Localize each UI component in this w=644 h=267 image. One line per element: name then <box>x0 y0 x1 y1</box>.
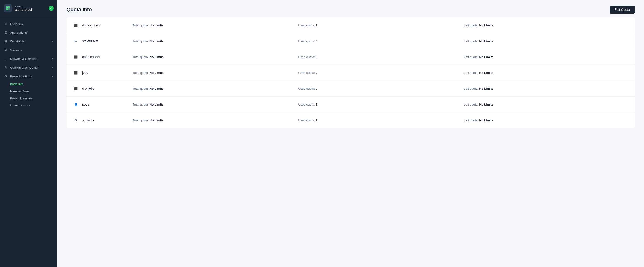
total-quota-deployments: Total quota: No Limits <box>133 24 298 27</box>
jobs-icon <box>72 69 80 76</box>
resource-name-jobs: jobs <box>82 71 133 74</box>
svg-rect-2 <box>6 8 8 10</box>
used-quota-jobs: Used quota: 0 <box>298 71 464 74</box>
sidebar-sub-label-basic-info: Basic Info <box>10 82 23 86</box>
used-quota-services: Used quota: 1 <box>298 119 464 122</box>
overview-icon <box>4 22 8 26</box>
settings-chevron-icon: ∧ <box>52 75 54 78</box>
sidebar-item-label-workloads: Workloads <box>10 40 25 43</box>
workloads-icon <box>4 39 8 43</box>
sidebar-nav: Overview Applications Workloads ∨ Volume… <box>0 17 58 267</box>
quota-table: deployments Total quota: No Limits Used … <box>58 17 644 137</box>
used-quota-deployments: Used quota: 1 <box>298 24 464 27</box>
svg-rect-0 <box>6 6 8 8</box>
main-content: Quota Info Edit Quota deployments Total … <box>58 0 644 267</box>
sidebar-item-member-roles[interactable]: Member Roles <box>0 88 58 95</box>
left-quota-statefulsets: Left quota: No Limits <box>464 39 629 43</box>
sidebar-item-settings[interactable]: Project Settings ∧ <box>0 72 58 80</box>
sidebar-item-internet-access[interactable]: Internet Access <box>0 102 58 109</box>
used-quota-cronjobs: Used quota: 0 <box>298 87 464 90</box>
quota-row-services: services Total quota: No Limits Used quo… <box>66 112 635 128</box>
sidebar-item-label-settings: Project Settings <box>10 74 32 78</box>
statefulsets-icon <box>72 37 80 45</box>
quota-row-statefulsets: statefulsets Total quota: No Limits Used… <box>66 33 635 49</box>
sidebar-item-project-members[interactable]: Project Members <box>0 95 58 102</box>
sidebar-sub-label-project-members: Project Members <box>10 97 32 100</box>
used-quota-statefulsets: Used quota: 0 <box>298 39 464 43</box>
resource-name-deployments: deployments <box>82 23 133 27</box>
left-quota-daemonsets: Left quota: No Limits <box>464 55 629 59</box>
resource-name-pods: pods <box>82 103 133 106</box>
services-icon <box>72 117 80 124</box>
app-logo <box>4 4 12 12</box>
project-label: Project <box>15 5 46 8</box>
resource-name-daemonsets: daemonsets <box>82 55 133 59</box>
sidebar-item-label-overview: Overview <box>10 22 23 26</box>
total-quota-jobs: Total quota: No Limits <box>133 71 298 74</box>
main-header: Quota Info Edit Quota <box>58 0 644 17</box>
sidebar-item-volumes[interactable]: Volumes <box>0 46 58 54</box>
config-icon <box>4 65 8 69</box>
sidebar-item-network[interactable]: Network & Services ∨ <box>0 54 58 63</box>
total-quota-pods: Total quota: No Limits <box>133 103 298 106</box>
total-quota-statefulsets: Total quota: No Limits <box>133 39 298 43</box>
sidebar-item-config[interactable]: Configuration Center ∨ <box>0 63 58 72</box>
sidebar-item-overview[interactable]: Overview <box>0 19 58 28</box>
total-quota-daemonsets: Total quota: No Limits <box>133 55 298 59</box>
sidebar-item-label-network: Network & Services <box>10 57 37 60</box>
sidebar-item-label-config: Configuration Center <box>10 66 39 69</box>
used-quota-pods: Used quota: 1 <box>298 103 464 106</box>
resource-name-cronjobs: cronjobs <box>82 87 133 90</box>
used-quota-daemonsets: Used quota: 0 <box>298 55 464 59</box>
resource-name-services: services <box>82 118 133 122</box>
quota-row-pods: pods Total quota: No Limits Used quota: … <box>66 97 635 112</box>
daemonsets-icon <box>72 53 80 60</box>
network-chevron-icon: ∨ <box>52 57 54 60</box>
sidebar-sub-label-internet-access: Internet Access <box>10 104 30 107</box>
quota-row-deployments: deployments Total quota: No Limits Used … <box>66 17 635 33</box>
config-chevron-icon: ∨ <box>52 66 54 69</box>
left-quota-pods: Left quota: No Limits <box>464 103 629 106</box>
left-quota-jobs: Left quota: No Limits <box>464 71 629 74</box>
sidebar-item-workloads[interactable]: Workloads ∨ <box>0 37 58 46</box>
resource-name-statefulsets: statefulsets <box>82 39 133 43</box>
total-quota-services: Total quota: No Limits <box>133 119 298 122</box>
left-quota-cronjobs: Left quota: No Limits <box>464 87 629 90</box>
total-quota-cronjobs: Total quota: No Limits <box>133 87 298 90</box>
sidebar-item-label-applications: Applications <box>10 31 27 34</box>
applications-icon <box>4 30 8 35</box>
left-quota-deployments: Left quota: No Limits <box>464 24 629 27</box>
sidebar-item-label-volumes: Volumes <box>10 48 22 52</box>
quota-row-daemonsets: daemonsets Total quota: No Limits Used q… <box>66 49 635 65</box>
volumes-icon <box>4 48 8 52</box>
project-name: test-project <box>15 8 46 11</box>
sidebar-item-applications[interactable]: Applications <box>0 28 58 37</box>
svg-rect-1 <box>8 6 10 8</box>
page-title: Quota Info <box>66 7 92 13</box>
sidebar-sub-label-member-roles: Member Roles <box>10 89 30 93</box>
quota-row-cronjobs: cronjobs Total quota: No Limits Used quo… <box>66 81 635 97</box>
sidebar: Project test-project ✓ Overview Applicat… <box>0 0 58 267</box>
sidebar-header: Project test-project ✓ <box>0 0 58 17</box>
project-info: Project test-project <box>15 5 46 11</box>
workloads-chevron-icon: ∨ <box>52 40 54 43</box>
edit-quota-button[interactable]: Edit Quota <box>610 5 635 14</box>
cronjobs-icon <box>72 85 80 92</box>
pods-icon <box>72 101 80 108</box>
quota-row-jobs: jobs Total quota: No Limits Used quota: … <box>66 65 635 81</box>
svg-rect-3 <box>8 8 10 10</box>
network-icon <box>4 57 8 61</box>
project-status-badge: ✓ <box>49 6 54 11</box>
deployments-icon <box>72 21 80 29</box>
settings-icon <box>4 74 8 78</box>
left-quota-services: Left quota: No Limits <box>464 119 629 122</box>
sidebar-item-basic-info[interactable]: Basic Info <box>0 80 58 88</box>
status-checkmark: ✓ <box>50 7 52 10</box>
